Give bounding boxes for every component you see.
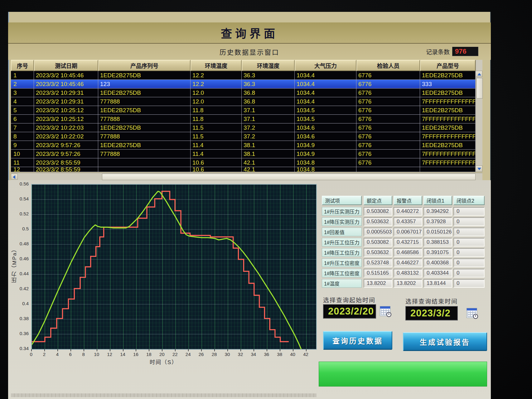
cell: 12.2	[191, 71, 242, 80]
cell: 2023/3/2 9:57:26	[34, 141, 98, 150]
cell: 777888	[98, 97, 191, 106]
chart-bottom-scroll-strip[interactable]	[11, 393, 317, 397]
cell: 2023/3/2 10:25:12	[34, 115, 98, 123]
subtitle-band: 历史数据显示窗口 记录条数 976	[8, 44, 491, 60]
panel-value: 0.446227	[394, 258, 422, 267]
cell: 2023/3/2 8:55:59	[34, 167, 98, 172]
cell: 38.1	[242, 150, 295, 158]
x-tick-mark	[175, 349, 176, 351]
cell: 777888	[98, 115, 191, 123]
table-row[interactable]: 32023/3/2 10:29:311EDE2B275DB12.036.8103…	[11, 89, 482, 97]
end-calendar-icon[interactable]	[467, 308, 477, 318]
cell: 2023/3/2 9:57:26	[34, 150, 98, 158]
cell: 3	[11, 89, 34, 97]
x-tick-mark	[201, 349, 202, 351]
scroll-down-button[interactable]	[476, 166, 482, 172]
column-header-4: 环境温度	[191, 60, 242, 71]
x-tick-label: 24	[182, 352, 194, 357]
table-row[interactable]: 102023/3/2 9:57:2677788811.438.11034.967…	[11, 150, 482, 158]
x-tick-mark	[293, 349, 293, 351]
x-tick-label: 4	[51, 352, 64, 357]
cell: 36.3	[242, 71, 295, 80]
arrow-left-icon	[13, 175, 15, 179]
start-calendar-icon[interactable]	[380, 306, 390, 316]
table-vertical-scrollbar[interactable]	[476, 60, 482, 172]
column-header-7: 检验人员	[356, 60, 420, 71]
cell: 1EDE2B275DB	[98, 89, 191, 97]
panel-value: 0.440272	[394, 207, 422, 216]
cell: 10	[11, 150, 34, 158]
panel-value: 0.400368	[423, 258, 452, 267]
y-tick-label: 0.42	[13, 286, 29, 291]
cell: 1034.4	[295, 89, 356, 97]
cell: 10.6	[191, 167, 242, 172]
x-axis-title: 时间（S）	[150, 358, 177, 366]
cell	[356, 167, 420, 172]
x-tick-label: 42	[300, 352, 312, 357]
query-end-label: 选择查询结束时间	[405, 297, 458, 305]
table-row[interactable]: 52023/3/2 10:25:121EDE2B275DB11.837.1103…	[11, 106, 482, 115]
cell: 1034.8	[295, 167, 356, 172]
cell: 1EDE2B275DB	[98, 71, 191, 80]
table-row-partial[interactable]: 122023/3/2 8:55:5910.642.11034.8	[11, 167, 482, 172]
query-history-button[interactable]: 查询历史数据	[323, 331, 392, 350]
panel-value: 0	[453, 217, 485, 226]
panel-value: 0.43357	[394, 217, 422, 226]
cell: 1EDE2B275DB	[98, 123, 191, 132]
y-tick-label: 0.54	[13, 196, 29, 201]
cell: 6776	[356, 80, 420, 89]
cell: 1034.4	[295, 80, 356, 89]
query-start-date-input[interactable]: 2023/2/20	[323, 304, 376, 319]
vertical-scroll-thumb[interactable]	[476, 78, 483, 99]
horizontal-scroll-thumb[interactable]	[102, 174, 476, 180]
scroll-up-button[interactable]	[476, 71, 482, 77]
y-tick-label: 0.4	[13, 301, 29, 306]
cell: 36.8	[242, 89, 295, 97]
y-tick-label: 0.34	[13, 346, 29, 351]
cell: 11.4	[191, 150, 242, 158]
cell: 11.5	[191, 132, 242, 141]
panel-value: 0	[453, 269, 485, 277]
table-row[interactable]: 82023/3/2 10:22:0277788811.537.21034.667…	[11, 132, 482, 141]
panel-value: 0.523748	[364, 258, 392, 267]
record-count-value: 976	[452, 47, 478, 56]
table-row[interactable]: 62023/3/2 10:25:1277788811.837.11034.567…	[11, 115, 482, 123]
cell: 6776	[356, 123, 420, 132]
cell: 1EDE2B275DB	[420, 106, 476, 115]
arrow-down-icon	[477, 168, 481, 170]
table-row[interactable]: 92023/3/2 9:57:261EDE2B275DB11.438.11034…	[11, 141, 482, 150]
x-tick-mark	[240, 349, 241, 351]
generate-report-button[interactable]: 生成试验报告	[403, 332, 487, 351]
table-row[interactable]: 12023/3/2 10:45:461EDE2B275DB12.236.3103…	[11, 71, 482, 80]
cell: 5	[11, 106, 34, 115]
scroll-left-button[interactable]	[11, 174, 18, 180]
table-row[interactable]: 112023/3/2 8:55:5910.642.11034.867767FFF…	[11, 158, 482, 167]
panel-row-label: 1#降压工位密度	[322, 269, 362, 277]
cell	[98, 158, 191, 167]
x-tick-label: 14	[117, 352, 129, 357]
column-header-2: 测试日期	[34, 60, 98, 71]
progress-bar	[319, 362, 487, 387]
table-row[interactable]: 42023/3/2 10:29:3177788812.036.81034.467…	[11, 97, 482, 106]
arrow-up-icon	[477, 73, 481, 75]
cell: 7	[11, 123, 34, 132]
panel-value: 0	[453, 248, 485, 257]
table-row[interactable]: 72023/3/2 10:22:031EDE2B275DB11.537.2103…	[11, 123, 482, 132]
table-horizontal-scrollbar[interactable]	[11, 173, 482, 180]
query-end-date-input[interactable]: 2023/3/2	[405, 306, 458, 320]
photo-of-screen: { "window": { "title": "压力测试台" }, "heade…	[0, 0, 532, 399]
cell: 38.1	[242, 141, 295, 150]
table-row[interactable]: 22023/3/2 10:45:4612312.236.31034.467763…	[11, 80, 482, 89]
panel-value: 0.00670177	[394, 228, 422, 236]
x-tick-label: 20	[156, 352, 168, 357]
history-table-header: 序号测试日期产品序列号环境温度环境湿度大气压力检验人员产品型号	[11, 60, 482, 71]
cell: 36.3	[242, 80, 295, 89]
cell: 333	[420, 80, 476, 89]
cell: 6776	[356, 97, 420, 106]
cell: 11.8	[191, 115, 242, 123]
panel-column-header-2: 额定点	[364, 196, 392, 205]
x-tick-mark	[57, 349, 58, 351]
cell: 36.8	[242, 97, 295, 106]
cell: 1034.9	[295, 150, 356, 158]
cell: 1EDE2B275DB	[98, 106, 191, 115]
